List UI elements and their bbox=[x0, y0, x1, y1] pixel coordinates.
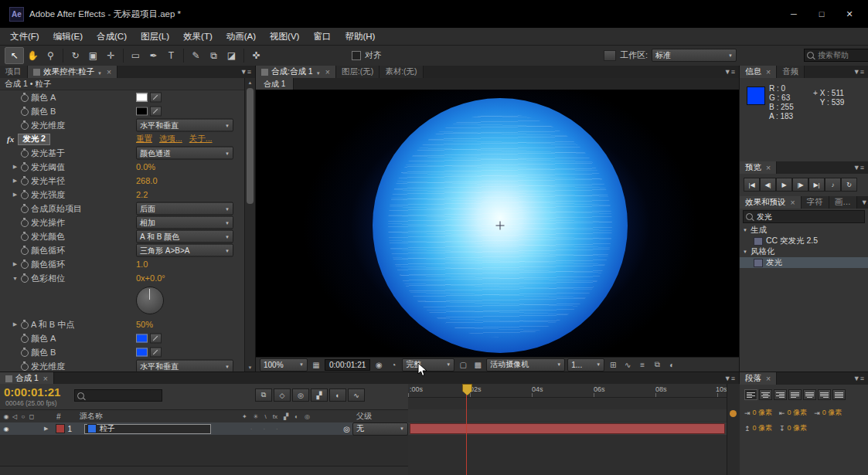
tab-paint[interactable]: 画… bbox=[829, 196, 857, 209]
close-icon[interactable] bbox=[766, 374, 771, 383]
maximize-button[interactable]: □ bbox=[808, 5, 836, 23]
comp-flowchart-icon[interactable]: ⧉ bbox=[255, 388, 272, 402]
anchor-point-icon[interactable] bbox=[496, 222, 505, 230]
menu-item-effect[interactable]: 效果(T) bbox=[176, 31, 220, 42]
align-right-button[interactable] bbox=[774, 389, 787, 400]
hue-dial[interactable] bbox=[136, 287, 164, 314]
property-dropdown[interactable]: 水平和垂直 bbox=[136, 119, 233, 132]
tab-footage[interactable]: 素材:(无) bbox=[380, 66, 423, 78]
play-button[interactable]: ▶ bbox=[776, 178, 792, 192]
layer-expander-icon[interactable]: ▶ bbox=[37, 426, 55, 432]
about-link[interactable]: 关于... bbox=[189, 134, 213, 144]
minimize-button[interactable]: ─ bbox=[780, 5, 808, 23]
color-swatch[interactable] bbox=[136, 93, 148, 102]
camera-view-dropdown[interactable]: 活动摄像机 bbox=[486, 358, 565, 372]
menu-item-layer[interactable]: 图层(L) bbox=[134, 31, 176, 42]
space-before-field[interactable]: ↥ 0 像素 bbox=[744, 423, 772, 433]
property-dropdown[interactable]: 颜色通道 bbox=[136, 147, 233, 160]
roi-icon[interactable]: ▢ bbox=[457, 359, 469, 370]
color-swatch[interactable] bbox=[136, 107, 148, 116]
expander-icon[interactable]: ▶ bbox=[11, 192, 19, 198]
panel-menu-icon[interactable] bbox=[720, 372, 739, 385]
property-value[interactable]: 0x+0.0° bbox=[136, 273, 165, 283]
stopwatch-icon[interactable] bbox=[19, 148, 31, 158]
property-dropdown[interactable]: 三角形 A>B>A bbox=[136, 244, 233, 257]
frame-blend-icon[interactable]: ▞ bbox=[311, 388, 328, 402]
camera-tool-icon[interactable]: ▣ bbox=[84, 48, 102, 63]
lock-icon[interactable]: ◻ bbox=[28, 413, 36, 420]
graph-editor-icon[interactable]: ∿ bbox=[348, 388, 365, 402]
effect-item-selected[interactable]: 发光 bbox=[740, 257, 868, 268]
pixel-aspect-icon[interactable]: ⊞ bbox=[607, 359, 619, 370]
property-dropdown[interactable]: 水平和垂直 bbox=[136, 360, 233, 372]
close-icon[interactable] bbox=[766, 163, 771, 172]
stopwatch-icon[interactable] bbox=[19, 162, 31, 171]
property-dropdown[interactable]: 相加 bbox=[136, 216, 233, 229]
expander-icon[interactable]: ▶ bbox=[11, 321, 19, 327]
layer-duration-bar[interactable] bbox=[410, 423, 725, 434]
flowchart-icon[interactable]: ⧉ bbox=[651, 359, 663, 370]
stopwatch-icon[interactable] bbox=[19, 204, 31, 213]
effect-item[interactable]: CC 突发光 2.5 bbox=[740, 236, 868, 246]
menu-item-window[interactable]: 窗口 bbox=[306, 31, 338, 42]
effect-name[interactable]: 发光 2 bbox=[18, 134, 50, 145]
stopwatch-icon[interactable] bbox=[19, 218, 31, 227]
timeline-search-box[interactable] bbox=[74, 389, 162, 402]
expander-icon[interactable]: ▶ bbox=[11, 164, 19, 170]
panel-menu-icon[interactable] bbox=[720, 66, 739, 78]
stopwatch-icon[interactable] bbox=[19, 120, 31, 130]
expander-icon[interactable]: ▶ bbox=[11, 178, 19, 184]
stopwatch-icon[interactable] bbox=[19, 320, 31, 329]
panel-menu-icon[interactable] bbox=[237, 66, 255, 78]
help-search-box[interactable] bbox=[804, 49, 868, 62]
panel-menu-icon[interactable] bbox=[849, 66, 868, 78]
selection-tool-icon[interactable]: ↖ bbox=[5, 47, 24, 64]
space-after-field[interactable]: ↧ 0 像素 bbox=[779, 423, 807, 433]
tab-layer[interactable]: 图层:(无) bbox=[336, 66, 380, 78]
resolution-dropdown[interactable]: 完整 bbox=[402, 358, 454, 372]
tab-audio[interactable]: 音频 bbox=[777, 66, 805, 78]
stopwatch-icon[interactable] bbox=[19, 107, 31, 116]
property-value[interactable]: 50% bbox=[136, 320, 153, 329]
parent-dropdown[interactable]: 无 bbox=[352, 422, 408, 436]
effect-category[interactable]: 风格化 bbox=[740, 246, 868, 257]
stopwatch-icon[interactable] bbox=[19, 348, 31, 357]
panel-menu-icon[interactable] bbox=[849, 161, 868, 174]
close-icon[interactable] bbox=[43, 374, 48, 383]
layer-row[interactable]: ◉ ▶ 1 粒子 ··· ◎ 无 bbox=[0, 422, 408, 435]
stopwatch-icon[interactable] bbox=[19, 361, 31, 371]
timeline-track-area[interactable]: :00s 02s 04s 06s 08s 10s bbox=[408, 384, 727, 475]
workspace-dropdown[interactable]: 标准 bbox=[652, 49, 737, 62]
options-link[interactable]: 选项... bbox=[159, 134, 182, 144]
motion-blur-icon[interactable]: ◐ bbox=[329, 388, 346, 402]
rotation-tool-icon[interactable]: ↻ bbox=[66, 48, 84, 63]
property-value[interactable]: 2.2 bbox=[136, 190, 148, 199]
align-left-button[interactable] bbox=[744, 389, 757, 400]
pen-tool-icon[interactable]: ✒ bbox=[145, 48, 162, 63]
stopwatch-icon[interactable] bbox=[19, 334, 31, 343]
ram-preview-button[interactable]: ↻ bbox=[841, 178, 857, 192]
draft-3d-icon[interactable]: ◇ bbox=[274, 388, 291, 402]
snapshot-icon[interactable]: ◉ bbox=[373, 359, 385, 370]
expander-icon[interactable]: ▶ bbox=[11, 261, 19, 267]
tab-character[interactable]: 字符 bbox=[802, 196, 829, 209]
show-channels-icon[interactable]: ◔ bbox=[387, 359, 400, 370]
eyedropper-icon[interactable] bbox=[150, 334, 162, 344]
close-button[interactable]: ✕ bbox=[836, 5, 863, 23]
magnification-dropdown[interactable]: 100% bbox=[260, 358, 308, 372]
playhead-line[interactable] bbox=[466, 384, 467, 475]
menu-item-view[interactable]: 视图(V) bbox=[263, 31, 306, 42]
clone-stamp-tool-icon[interactable]: ⧉ bbox=[205, 48, 223, 63]
layer-name[interactable]: 粒子 bbox=[100, 423, 115, 434]
close-icon[interactable] bbox=[766, 67, 771, 76]
eyedropper-icon[interactable] bbox=[150, 107, 162, 117]
stopwatch-icon[interactable] bbox=[19, 246, 31, 255]
menu-item-composition[interactable]: 合成(C) bbox=[90, 31, 134, 42]
hand-tool-icon[interactable]: ✋ bbox=[24, 48, 42, 63]
justify-last-right-button[interactable] bbox=[818, 389, 831, 400]
reset-link[interactable]: 重置 bbox=[136, 134, 152, 144]
effects-search-box[interactable] bbox=[743, 210, 865, 223]
justify-last-center-button[interactable] bbox=[803, 389, 816, 400]
zoom-tool-icon[interactable]: ⚲ bbox=[42, 48, 60, 63]
property-value[interactable]: 268.0 bbox=[136, 176, 158, 185]
